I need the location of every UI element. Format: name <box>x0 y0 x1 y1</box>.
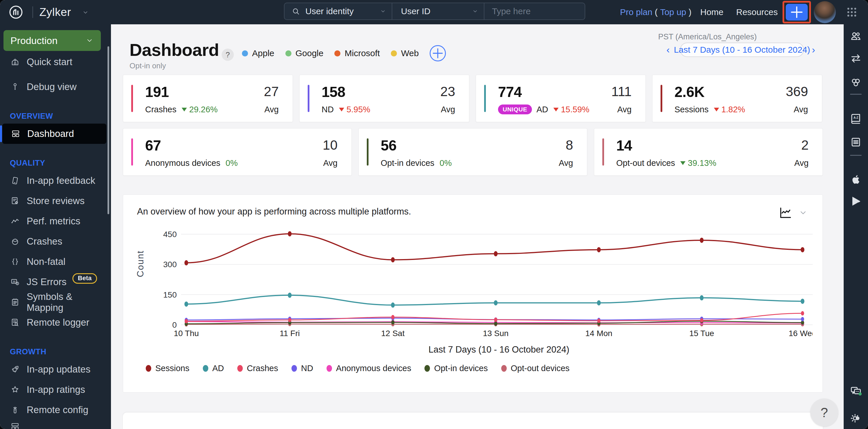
add-platform-button[interactable] <box>430 45 446 61</box>
resources-link[interactable]: Resources <box>736 0 778 24</box>
card-avg-value: 2 <box>801 137 809 153</box>
search-category-dropdown[interactable]: User identity <box>284 3 392 20</box>
page-subtitle: Opt-in only <box>129 61 166 70</box>
transfer-icon[interactable] <box>849 52 862 65</box>
beta-badge: Beta <box>72 273 97 284</box>
legend-dot <box>146 365 151 372</box>
date-prev-chevron[interactable]: ‹ <box>664 44 672 55</box>
search-field-dropdown[interactable]: User ID <box>392 3 485 20</box>
rail-divider <box>850 94 862 95</box>
next-panel-edge <box>123 412 823 429</box>
user-avatar[interactable] <box>814 1 836 23</box>
sidebar-item-remote-logger[interactable]: Remote logger <box>0 312 111 333</box>
main-content: Dashboard ? Opt-in only AppleGoogleMicro… <box>111 24 844 429</box>
sidebar-item-symbols-mapping[interactable]: Symbols & Mapping <box>0 292 111 312</box>
sidebar-item-in-app-updates[interactable]: In-app updates <box>0 359 111 380</box>
legend-item-ad[interactable]: AD <box>203 364 224 373</box>
sidebar-item-perf-metrics[interactable]: Perf. metrics <box>0 211 111 231</box>
top-up-link[interactable]: Top up <box>660 7 686 17</box>
legend-item-opt-in-devices[interactable]: Opt-in devices <box>425 364 488 373</box>
people-icon[interactable] <box>849 30 862 42</box>
doc-icon[interactable] <box>849 136 862 148</box>
braces-icon <box>10 257 20 266</box>
legend-item-anonymous-devices[interactable]: Anonymous devices <box>327 364 411 373</box>
card-value: 191 <box>145 84 169 100</box>
sidebar-item-non-fatal[interactable]: Non-fatal <box>0 252 111 272</box>
search-field-value: User ID <box>401 6 472 16</box>
card-label: AD <box>536 105 548 114</box>
sidebar-item-remote-config[interactable]: Remote config <box>0 400 111 420</box>
store-icon <box>10 196 20 205</box>
stat-card-crashes[interactable]: 19127Crashes29.26%Avg <box>123 75 293 122</box>
legend-item-opt-out-devices[interactable]: Opt-out devices <box>501 364 569 373</box>
sidebar-item-label: JS Errors <box>27 276 67 288</box>
topbar-divider <box>32 6 33 18</box>
legend-dot <box>425 365 430 372</box>
platform-label: Apple <box>252 48 274 58</box>
card-delta: 29.26% <box>182 105 218 114</box>
stat-card-nd[interactable]: 15823ND5.95%Avg <box>299 75 469 122</box>
stat-card-opt-in-devices[interactable]: 568Opt-in devices0%Avg <box>359 128 587 176</box>
home-link[interactable]: Home <box>700 0 723 24</box>
apple-icon[interactable] <box>849 173 862 186</box>
help-button[interactable]: ? <box>810 399 838 426</box>
sidebar-item-store-reviews[interactable]: Store reviews <box>0 191 111 211</box>
brand-chevron-down-icon[interactable] <box>82 9 89 15</box>
overview-chart-panel: An overview of how your app is performin… <box>123 195 823 393</box>
home-icon <box>10 57 20 67</box>
right-rail: A-Z <box>844 24 868 429</box>
book-icon[interactable]: A-Z <box>849 112 862 125</box>
platform-label: Web <box>401 48 418 58</box>
environment-selector[interactable]: Production <box>3 30 101 51</box>
search-input-wrap <box>485 3 585 20</box>
sidebar-item-in-app-ratings[interactable]: In-app ratings <box>0 380 111 400</box>
stat-card-sessions[interactable]: 2.6K369Sessions1.82%Avg <box>652 75 822 122</box>
search-icon <box>291 7 300 15</box>
global-search-bar: User identity User ID <box>284 3 585 20</box>
card-label: Anonymous devices <box>145 158 220 168</box>
date-next-chevron[interactable]: › <box>810 44 817 55</box>
card-accent-bar <box>131 138 133 166</box>
legend-item-sessions[interactable]: Sessions <box>146 364 189 373</box>
platform-apple[interactable]: Apple <box>242 48 274 58</box>
sidebar-item-crashes[interactable]: Crashes <box>0 231 111 252</box>
sidebar-item-js-errors[interactable]: JSJS ErrorsBeta <box>0 272 111 292</box>
card-avg-label: Avg <box>265 105 279 114</box>
sidebar-item-quick-start[interactable]: Quick start <box>0 52 111 72</box>
card-avg-value: 27 <box>264 84 279 99</box>
platform-google[interactable]: Google <box>285 48 323 58</box>
platform-web[interactable]: Web <box>391 48 418 58</box>
brand-name[interactable]: Zylker <box>39 0 71 24</box>
sidebar-item-label: In-app updates <box>27 364 90 375</box>
date-range-selector[interactable]: Last 7 Days (10 - 16 October 2024) <box>680 42 804 57</box>
unique-badge: UNIQUE <box>498 104 532 114</box>
stat-card-anonymous-devices[interactable]: 6710Anonymous devices0%Avg <box>123 128 352 176</box>
platform-microsoft[interactable]: Microsoft <box>334 48 380 58</box>
clover-icon[interactable] <box>849 76 862 89</box>
sidebar-scrollbar[interactable] <box>107 46 109 214</box>
svg-text:150: 150 <box>163 290 177 299</box>
sidebar-item-debug-view[interactable]: Debug view <box>0 77 111 97</box>
sidebar-item-dashboard[interactable]: Dashboard <box>2 124 106 144</box>
title-help-icon[interactable]: ? <box>222 48 234 61</box>
js-icon: JS <box>10 277 20 287</box>
pro-plan-link[interactable]: Pro plan ( Top up ) <box>620 0 691 24</box>
stat-card-ad[interactable]: 774111UNIQUEAD15.59%Avg <box>476 75 646 122</box>
card-delta: 0% <box>439 158 452 168</box>
search-input[interactable] <box>491 6 578 16</box>
chevron-down-icon <box>86 37 93 44</box>
stat-card-opt-out-devices[interactable]: 142Opt-out devices39.13%Avg <box>594 128 823 176</box>
app-logo-icon[interactable] <box>8 4 24 20</box>
chat-icon[interactable] <box>849 385 862 398</box>
svg-text:14 Mon: 14 Mon <box>585 329 612 338</box>
card-avg-value: 23 <box>440 84 455 99</box>
rail-divider <box>850 155 862 156</box>
app-switcher-grid-icon[interactable] <box>845 6 858 19</box>
legend-item-nd[interactable]: ND <box>291 364 313 373</box>
legend-item-crashes[interactable]: Crashes <box>237 364 278 373</box>
theme-icon[interactable] <box>849 412 862 425</box>
card-avg-value: 10 <box>323 137 338 153</box>
sidebar-item-in-app-feedback[interactable]: In-app feedback <box>0 170 111 191</box>
gplay-icon[interactable] <box>849 195 862 207</box>
create-button[interactable] <box>786 4 808 21</box>
